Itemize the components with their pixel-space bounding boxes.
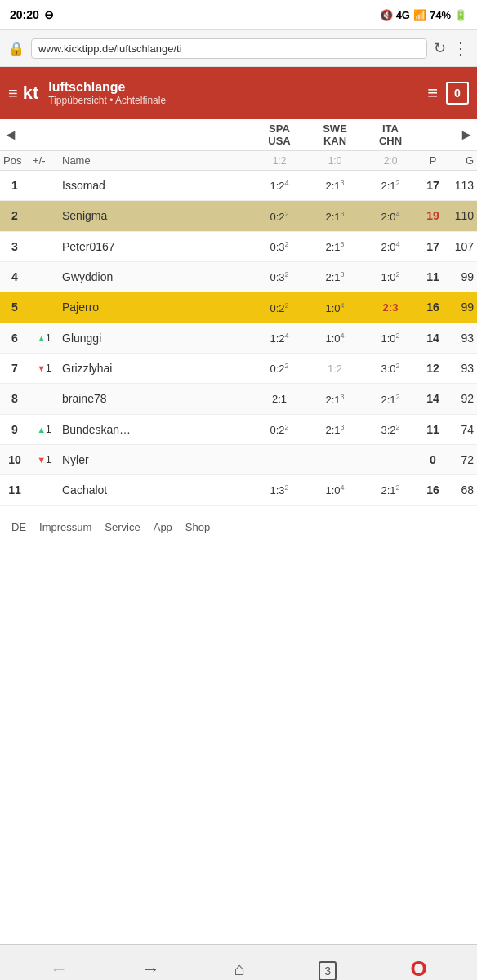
footer-link-de[interactable]: DE — [11, 521, 26, 533]
cell-score1: 0:22 — [252, 292, 307, 323]
cell-score1 — [252, 444, 307, 474]
cell-goals: 99 — [448, 292, 477, 323]
cell-points: 17 — [418, 231, 448, 261]
cell-score1: 0:22 — [252, 353, 307, 383]
cell-name: Gwyddion — [59, 261, 252, 292]
cell-score2: 2:13 — [307, 201, 363, 231]
cell-score1: 1:32 — [252, 474, 307, 505]
status-time: 20:20 — [10, 8, 39, 21]
table-row: 4 Gwyddion 0:32 2:13 1:02 11 99 — [0, 261, 477, 292]
cell-goals: 72 — [448, 444, 477, 474]
url-input[interactable] — [31, 38, 427, 59]
cell-points: 12 — [418, 353, 448, 383]
cell-score2: 2:13 — [307, 261, 363, 292]
app-title: luftschlange — [48, 80, 417, 95]
cell-pos: 5 — [0, 292, 29, 323]
cell-points: 11 — [418, 414, 448, 444]
cell-points: 19 — [418, 201, 448, 231]
cell-pm: ▲1 — [29, 323, 59, 353]
cell-pm: ▼1 — [29, 444, 59, 474]
cell-goals: 113 — [448, 171, 477, 201]
nav-right-arrow[interactable]: ► — [459, 127, 474, 143]
cell-score2: 2:13 — [307, 414, 363, 444]
col-result-ita: 2:0 — [363, 151, 418, 171]
cell-name: braine78 — [59, 384, 252, 414]
lock-icon: 🔒 — [8, 41, 25, 56]
table-row: 7 ▼1 Grizzlyhai 0:22 1:2 3:02 12 93 — [0, 353, 477, 383]
table-row: 9 ▲1 Bundeskan… 0:22 2:13 3:22 11 74 — [0, 414, 477, 444]
up-arrow-icon: ▲ — [37, 333, 46, 343]
table-wrap: ◄ SPA USA SWE KAN — [0, 119, 477, 944]
cell-score2: 1:04 — [307, 323, 363, 353]
col-pm: +/- — [29, 151, 59, 171]
cell-pos: 9 — [0, 414, 29, 444]
nav-left-arrow[interactable]: ◄ — [3, 127, 18, 143]
cell-goals: 74 — [448, 414, 477, 444]
footer-link-impressum[interactable]: Impressum — [39, 521, 91, 533]
cell-goals: 92 — [448, 384, 477, 414]
col-name: Name — [59, 151, 252, 171]
cell-score3: 2:12 — [363, 474, 418, 505]
cell-score1: 0:32 — [252, 261, 307, 292]
cell-name: Senigma — [59, 201, 252, 231]
cell-score2: 1:2 — [307, 353, 363, 383]
cell-pm — [29, 201, 59, 231]
cell-goals: 107 — [448, 231, 477, 261]
cell-pos: 3 — [0, 231, 29, 261]
browser-nav-bar: ← → ⌂ 3 O — [0, 944, 477, 980]
table-row: 3 Peter0167 0:32 2:13 2:04 17 107 — [0, 231, 477, 261]
cell-pm — [29, 171, 59, 201]
footer-link-shop[interactable]: Shop — [185, 521, 210, 533]
cell-pm: ▲1 — [29, 414, 59, 444]
opera-button[interactable]: O — [410, 956, 426, 980]
cell-points: 11 — [418, 261, 448, 292]
cell-goals: 68 — [448, 474, 477, 505]
cell-score2: 2:13 — [307, 171, 363, 201]
cell-pm — [29, 474, 59, 505]
cell-points: 16 — [418, 474, 448, 505]
browser-back-button[interactable]: ← — [50, 959, 68, 980]
refresh-icon[interactable]: ↻ — [434, 39, 446, 57]
table-row: 1 Issomad 1:24 2:13 2:12 17 113 — [0, 171, 477, 201]
col-result-spa: 1:2 — [252, 151, 307, 171]
cell-goals: 93 — [448, 353, 477, 383]
network-icon: 4G — [396, 9, 410, 21]
cell-score3: 2:12 — [363, 384, 418, 414]
up-arrow-icon: ▲ — [37, 425, 46, 434]
cell-name: Issomad — [59, 171, 252, 201]
col-head-ita: ITA CHN — [366, 122, 415, 147]
cell-score2: 2:13 — [307, 384, 363, 414]
footer-link-service[interactable]: Service — [105, 521, 140, 533]
header-menu-icon[interactable]: ≡ — [427, 82, 438, 104]
cell-points: 17 — [418, 171, 448, 201]
status-icon-circle: ⊖ — [44, 8, 54, 21]
cell-points: 14 — [418, 384, 448, 414]
cell-pm: ▼1 — [29, 353, 59, 383]
hamburger-icon[interactable]: ≡ — [8, 84, 18, 103]
cell-pos: 4 — [0, 261, 29, 292]
browser-forward-button[interactable]: → — [142, 959, 160, 980]
cell-name: Nyler — [59, 444, 252, 474]
cell-name: Cachalot — [59, 474, 252, 505]
cell-score2 — [307, 444, 363, 474]
col-p: P — [418, 151, 448, 171]
cell-score1: 2:1 — [252, 384, 307, 414]
down-arrow-icon: ▼ — [37, 455, 46, 465]
footer-links: DE Impressum Service App Shop — [0, 506, 477, 545]
cell-pm — [29, 261, 59, 292]
cell-score3: 2:04 — [363, 231, 418, 261]
browser-menu-icon[interactable]: ⋮ — [452, 38, 469, 58]
footer-link-app[interactable]: App — [154, 521, 172, 533]
signal-icon: 📶 — [413, 9, 426, 21]
cell-pos: 6 — [0, 323, 29, 353]
cell-pm — [29, 384, 59, 414]
cell-pm — [29, 231, 59, 261]
cell-name: Bundeskan… — [59, 414, 252, 444]
leaderboard-table: ◄ SPA USA SWE KAN — [0, 119, 477, 506]
browser-home-button[interactable]: ⌂ — [234, 959, 244, 980]
cell-score3 — [363, 444, 418, 474]
cell-pos: 2 — [0, 201, 29, 231]
cell-points: 16 — [418, 292, 448, 323]
browser-tabs-button[interactable]: 3 — [319, 959, 337, 980]
cell-pos: 1 — [0, 171, 29, 201]
